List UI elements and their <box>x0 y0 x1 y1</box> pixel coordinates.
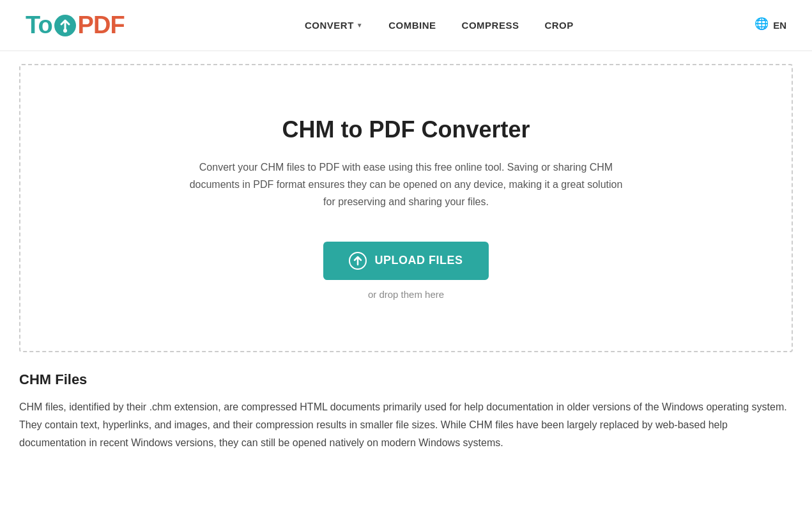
language-code[interactable]: EN <box>773 20 786 31</box>
nav-compress[interactable]: COMPRESS <box>462 20 519 31</box>
upload-icon <box>349 252 367 270</box>
logo-pdf: PDF <box>78 12 125 39</box>
main-content: CHM to PDF Converter Convert your CHM fi… <box>0 51 812 478</box>
logo[interactable]: To PDF <box>26 12 125 39</box>
converter-description: Convert your CHM files to PDF with ease … <box>183 159 630 211</box>
upload-button[interactable]: UPLOAD FILES <box>323 242 488 280</box>
svg-text:🌐: 🌐 <box>755 17 768 31</box>
logo-to: To <box>26 12 52 39</box>
logo-icon <box>54 14 77 37</box>
info-section: CHM Files CHM files, identified by their… <box>19 371 793 452</box>
page-title: CHM to PDF Converter <box>282 116 530 143</box>
svg-point-1 <box>63 29 67 33</box>
nav-combine[interactable]: COMBINE <box>388 20 436 31</box>
language-selector[interactable]: 🌐 EN <box>754 17 786 34</box>
drop-hint: or drop them here <box>368 289 444 300</box>
drop-zone[interactable]: CHM to PDF Converter Convert your CHM fi… <box>19 64 793 352</box>
chevron-down-icon: ▼ <box>356 22 363 29</box>
main-nav: CONVERT ▼ COMBINE COMPRESS CROP <box>305 20 574 31</box>
info-body: CHM files, identified by their .chm exte… <box>19 398 793 452</box>
info-title: CHM Files <box>19 371 793 388</box>
header: To PDF CONVERT ▼ COMBINE COMPRESS CROP 🌐 <box>0 0 812 51</box>
nav-crop[interactable]: CROP <box>544 20 573 31</box>
nav-convert[interactable]: CONVERT ▼ <box>305 20 363 31</box>
translate-icon: 🌐 <box>754 17 768 34</box>
